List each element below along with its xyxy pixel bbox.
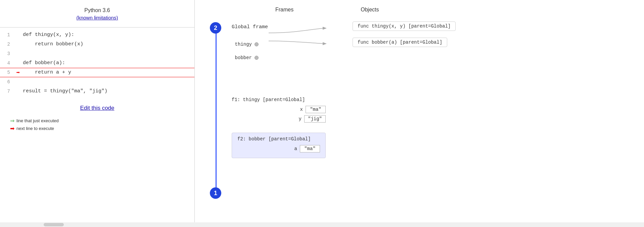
known-limitations-link[interactable]: (known limitations) xyxy=(76,15,118,20)
badge-step-1: 1 xyxy=(210,187,221,199)
line-number: 1 xyxy=(0,32,13,38)
f1-x-row: x "ma" xyxy=(232,106,326,113)
badge-step-2: 2 xyxy=(210,22,221,34)
f1-y-row: y "jig" xyxy=(232,115,326,123)
code-line-4: 4def bobber(a): xyxy=(0,58,194,68)
red-arrow-icon: ➡ xyxy=(10,125,14,132)
f1-x-var: x xyxy=(300,107,303,112)
green-arrow-icon: ⇒ xyxy=(10,118,14,124)
section-headers: Frames Objects xyxy=(275,7,631,13)
f2-a-row: a "ma" xyxy=(237,145,320,152)
left-panel: Python 3.6 (known limitations) 1def thin… xyxy=(0,0,195,227)
f2-frame-title: f2: bobber [parent=Global] xyxy=(237,136,320,142)
f2-frame-box: f2: bobber [parent=Global] a "ma" xyxy=(232,133,326,158)
code-line-2: 2 return bobber(x) xyxy=(0,40,194,49)
python-version-title: Python 3.6 (known limitations) xyxy=(76,7,118,22)
line-number: 7 xyxy=(0,89,13,94)
line-number: 3 xyxy=(0,51,13,56)
code-area: 1def thingy(x, y):2 return bobber(x)34de… xyxy=(0,27,194,99)
scrollbar-thumb[interactable] xyxy=(44,223,64,226)
objects-col: func thingy(x, y) [parent=Global] func b… xyxy=(326,18,631,210)
objects-header: Objects xyxy=(361,7,379,13)
global-vars: thingy bobber xyxy=(232,42,259,69)
f2-a-val: "ma" xyxy=(300,145,320,152)
code-text: return a + y xyxy=(23,70,194,75)
pointer-dot-thingy xyxy=(255,42,259,46)
line-number: 5 xyxy=(0,70,13,75)
code-text: def bobber(a): xyxy=(23,60,194,66)
code-line-6: 6 xyxy=(0,77,194,87)
legend-red: ➡ next line to execute xyxy=(10,125,59,132)
legend-green-text: line that just executed xyxy=(16,118,59,123)
code-line-3: 3 xyxy=(0,49,194,58)
f1-frame-title: f1: thingy [parent=Global] xyxy=(232,97,326,102)
f1-y-var: y xyxy=(299,116,302,122)
red-execution-arrow-icon: ➡ xyxy=(16,69,20,76)
global-frame-label: Global frame xyxy=(232,24,326,30)
func-obj-bobber: func bobber(a) [parent=Global] xyxy=(353,38,447,47)
python-version-text: Python 3.6 xyxy=(84,7,110,13)
right-panel: Frames Objects 2 1 Global frame thingy b… xyxy=(195,0,644,227)
line-number: 6 xyxy=(0,79,13,85)
legend-red-text: next line to execute xyxy=(16,126,54,131)
code-text: return bobber(x) xyxy=(23,41,194,47)
frames-header: Frames xyxy=(275,7,293,13)
code-text: def thingy(x, y): xyxy=(23,32,194,38)
timeline-col: 2 1 xyxy=(208,18,225,210)
code-line-7: 7result = thingy("ma", "jig") xyxy=(0,87,194,96)
edit-code-link[interactable]: Edit this code xyxy=(80,105,114,111)
gvar-row-bobber: bobber xyxy=(232,55,259,60)
timeline-line xyxy=(216,25,217,189)
legend-green: ⇒ line that just executed xyxy=(10,118,59,124)
f2-a-var: a xyxy=(294,146,297,151)
f1-x-val: "ma" xyxy=(306,106,326,113)
gvar-row-thingy: thingy xyxy=(232,42,259,47)
code-line-5: 5➡ return a + y xyxy=(0,68,194,77)
pointer-dot-bobber xyxy=(255,56,259,60)
line-arrow: ➡ xyxy=(13,69,23,76)
legend: ⇒ line that just executed ➡ next line to… xyxy=(0,118,59,133)
code-text: result = thingy("ma", "jig") xyxy=(23,88,194,94)
line-number: 2 xyxy=(0,42,13,47)
gvar-bobber-name: bobber xyxy=(232,55,252,60)
f1-y-val: "jig" xyxy=(304,115,326,123)
line-number: 4 xyxy=(0,60,13,66)
code-line-1: 1def thingy(x, y): xyxy=(0,30,194,40)
func-obj-thingy: func thingy(x, y) [parent=Global] xyxy=(353,21,456,31)
viz-area: 2 1 Global frame thingy bobber f1: thing… xyxy=(208,18,631,210)
gvar-thingy-name: thingy xyxy=(232,42,252,47)
frames-col: Global frame thingy bobber f1: thingy [p… xyxy=(225,18,326,210)
